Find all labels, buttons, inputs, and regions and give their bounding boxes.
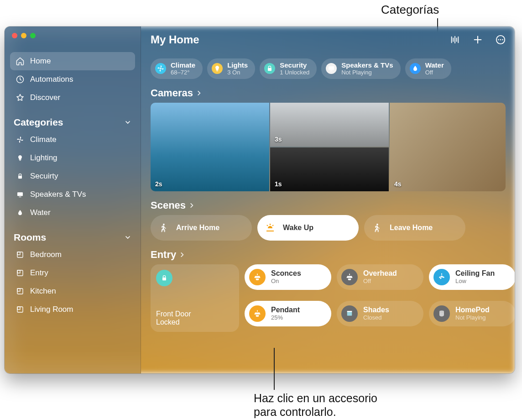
close-window-button[interactable] <box>12 33 17 38</box>
sidebar-item-automations[interactable]: Automations <box>10 70 135 89</box>
accessory-name: Ceiling Fan <box>455 270 495 278</box>
accessory-name: Pendant <box>271 306 300 314</box>
category-pill-speakers-tvs[interactable]: Speakers & TVsNot Playing <box>321 58 400 79</box>
svg-rect-19 <box>216 71 218 71</box>
sidebar-section-header[interactable]: Rooms <box>5 222 141 245</box>
chevron-right-icon <box>188 202 195 209</box>
category-pill-climate[interactable]: Climate68–72° <box>151 58 203 79</box>
sidebar-item-discover[interactable]: Discover <box>10 89 135 107</box>
sidebar-item-label: Automations <box>30 75 73 84</box>
main-header: My Home <box>141 26 515 53</box>
sidebar-item-climate[interactable]: Climate <box>10 131 135 149</box>
room-icon <box>16 305 25 314</box>
add-button[interactable] <box>473 35 483 45</box>
accessory-name: Front Door <box>156 310 234 318</box>
accessory-sconces[interactable]: SconcesOn <box>245 264 331 290</box>
accessory-overhead[interactable]: OverheadOff <box>337 264 423 290</box>
accessory-front-door[interactable]: Front DoorLocked <box>151 264 239 332</box>
accessory-state: Low <box>455 278 495 284</box>
accessory-shades[interactable]: ShadesClosed <box>337 301 423 326</box>
sunrise-icon <box>264 221 277 234</box>
more-button[interactable] <box>496 35 506 45</box>
accessory-homepod[interactable]: HomePodNot Playing <box>429 301 515 326</box>
camera-timestamp: 3s <box>275 136 282 143</box>
accessory-name: HomePod <box>455 306 490 314</box>
scenes-header[interactable]: Scenes <box>151 200 506 211</box>
category-pill-water[interactable]: WaterOff <box>405 58 451 79</box>
pill-status: Not Playing <box>341 69 393 76</box>
svg-rect-13 <box>17 307 20 310</box>
sidebar-item-secuirty[interactable]: Secuirty <box>10 167 135 185</box>
pill-status: Off <box>425 69 444 76</box>
scene-leave-home[interactable]: Leave Home <box>364 215 465 241</box>
svg-rect-7 <box>17 252 20 255</box>
ceiling-light-icon <box>249 305 266 322</box>
drop-icon <box>16 208 25 217</box>
accessory-pendant[interactable]: Pendant25% <box>245 301 331 326</box>
chevron-right-icon <box>196 90 202 96</box>
camera-timestamp: 2s <box>155 180 162 188</box>
entry-title: Entry <box>151 249 176 261</box>
lock-icon <box>156 270 172 286</box>
svg-point-23 <box>163 224 165 226</box>
scene-wake-up[interactable]: Wake Up <box>257 215 359 241</box>
accessory-state: On <box>271 278 301 284</box>
pill-label: Speakers & TVs <box>341 62 393 69</box>
cameras-header[interactable]: Cameras <box>151 87 506 99</box>
scenes-section: Scenes Arrive HomeWake UpLeave Home <box>141 191 515 241</box>
accessory-state: Closed <box>363 314 389 321</box>
intercom-icon[interactable] <box>450 35 460 45</box>
ceiling-light-icon <box>249 269 266 285</box>
svg-rect-20 <box>268 68 271 71</box>
sidebar-section-header[interactable]: Categories <box>5 107 141 130</box>
camera-tile[interactable]: 3s <box>270 103 389 147</box>
pill-status: 3 On <box>227 69 248 76</box>
category-pill-security[interactable]: Security1 Unlocked <box>260 58 317 79</box>
sidebar-item-kitchen[interactable]: Kitchen <box>10 282 135 300</box>
sidebar-item-label: Living Room <box>30 305 73 314</box>
fan-icon <box>155 63 166 74</box>
svg-rect-4 <box>17 192 23 196</box>
sidebar-item-label: Climate <box>30 135 57 144</box>
camera-tile[interactable]: 2s <box>151 103 269 191</box>
sidebar-item-bedroom[interactable]: Bedroom <box>10 246 135 264</box>
bulb-icon <box>16 153 25 163</box>
annotation-bottom-leader <box>274 348 275 390</box>
annotation-top: Categorías <box>381 3 439 17</box>
minimize-window-button[interactable] <box>21 33 26 38</box>
sidebar-item-living-room[interactable]: Living Room <box>10 300 135 319</box>
zoom-window-button[interactable] <box>30 33 36 38</box>
sidebar-section-title: Categories <box>14 117 63 128</box>
camera-tile[interactable]: 4s <box>390 103 506 191</box>
sidebar-item-home[interactable]: Home <box>10 52 135 70</box>
pill-label: Lights <box>227 62 248 69</box>
sidebar-item-water[interactable]: Water <box>10 204 135 222</box>
chevron-right-icon <box>179 252 185 258</box>
header-actions <box>450 35 506 45</box>
sidebar-item-label: Speakers & TVs <box>30 190 86 199</box>
camera-tile[interactable]: 1s <box>270 147 389 191</box>
accessory-ceiling-fan[interactable]: Ceiling FanLow <box>429 264 515 290</box>
sidebar-item-speakers-tvs[interactable]: Speakers & TVs <box>10 185 135 204</box>
entry-header[interactable]: Entry <box>151 249 506 261</box>
svg-rect-25 <box>162 277 166 280</box>
scene-label: Arrive Home <box>176 224 219 232</box>
category-pill-lights[interactable]: Lights3 On <box>207 58 255 79</box>
scene-arrive-home[interactable]: Arrive Home <box>151 215 252 241</box>
accessory-state: Off <box>363 278 397 284</box>
page-title: My Home <box>151 33 199 46</box>
home-icon <box>16 57 25 66</box>
chevron-down-icon <box>124 234 131 241</box>
entry-grid: Front DoorLockedSconcesOnOverheadOffCeil… <box>151 264 506 332</box>
sidebar-item-lighting[interactable]: Lighting <box>10 149 135 167</box>
svg-rect-11 <box>17 289 20 291</box>
svg-point-16 <box>500 39 501 41</box>
svg-point-30 <box>439 310 444 312</box>
svg-point-24 <box>376 224 378 226</box>
sidebar-item-label: Entry <box>30 268 48 278</box>
main-content: My Home Climate68–72°Lights3 OnSecurity1… <box>141 26 515 373</box>
pill-label: Security <box>280 62 309 69</box>
sidebar-item-entry[interactable]: Entry <box>10 264 135 282</box>
cameras-section: Cameras 2s 3s 4s 1s <box>141 79 515 191</box>
sidebar-item-label: Home <box>30 57 51 66</box>
